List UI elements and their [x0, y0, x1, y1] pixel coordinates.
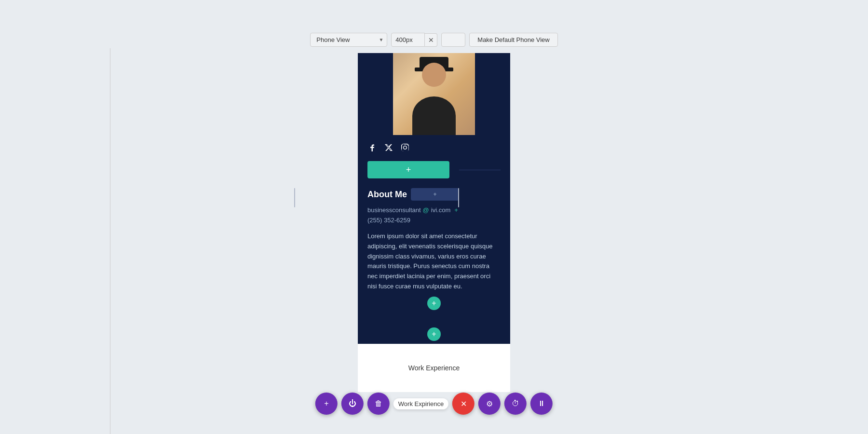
email-text: businessconsultant [367, 206, 421, 214]
add-section-button-bottom[interactable]: + [427, 327, 441, 341]
person-body [412, 96, 456, 135]
add-section-button-inner[interactable]: + [427, 297, 441, 310]
top-toolbar: Phone View Tablet View Desktop View ▼ ✕ … [0, 33, 868, 47]
social-icons-row [358, 135, 510, 157]
close-icon: ✕ [461, 399, 467, 408]
about-header: About Me + [367, 188, 501, 201]
settings-icon: ⚙ [486, 399, 493, 408]
person-shape [393, 53, 475, 135]
about-section: About Me + businessconsultant@ivi.com + … [358, 182, 510, 321]
phone-frame: + About Me + businessconsultant@ivi.com … [358, 53, 510, 392]
about-add-icon: + [433, 191, 436, 198]
close-button[interactable]: ✕ [452, 393, 475, 415]
view-select-wrapper: Phone View Tablet View Desktop View ▼ [310, 33, 387, 47]
px-group: ✕ [391, 33, 437, 47]
pause-icon: ⏸ [538, 399, 545, 408]
power-icon: ⏻ [349, 399, 356, 408]
trash-icon: 🗑 [375, 399, 382, 408]
email-at: @ [423, 206, 429, 214]
section-label: Work Expirience [393, 398, 448, 409]
view-select[interactable]: Phone View Tablet View Desktop View [310, 33, 387, 47]
settings-button[interactable]: ⚙ [478, 393, 501, 415]
add-row-plus-icon: + [406, 165, 411, 175]
add-row-line [459, 170, 501, 170]
bio-text: Lorem ipsum dolor sit amet consectetur a… [367, 231, 501, 292]
canvas-area: + About Me + businessconsultant@ivi.com … [0, 0, 868, 434]
profile-image [393, 53, 475, 135]
pause-button[interactable]: ⏸ [530, 393, 553, 415]
profile-image-container [358, 53, 510, 135]
handle-line-left [294, 188, 295, 207]
work-section-label: Work Experience [408, 364, 460, 372]
about-add-button[interactable]: + [411, 188, 459, 201]
bottom-toolbar: + ⏻ 🗑 Work Expirience ✕ ⚙ ⏱ ⏸ [315, 393, 553, 415]
about-title: About Me [367, 190, 407, 200]
instagram-icon[interactable] [400, 143, 410, 152]
px-close-button[interactable]: ✕ [425, 33, 437, 47]
email-domain: ivi.com [431, 206, 450, 214]
px-input[interactable] [391, 33, 425, 47]
phone-field: (255) 352-6259 [367, 217, 501, 224]
add-row-container: + [358, 157, 510, 182]
history-button[interactable]: ⏱ [504, 393, 527, 415]
twitter-x-icon[interactable] [384, 143, 393, 152]
add-button[interactable]: + [315, 393, 338, 415]
profile-section: + About Me + businessconsultant@ivi.com … [358, 53, 510, 344]
work-section: Work Experience [358, 344, 510, 392]
history-icon: ⏱ [512, 399, 519, 408]
add-row-button[interactable]: + [367, 161, 449, 178]
email-field: businessconsultant@ivi.com + [367, 206, 501, 214]
make-default-button[interactable]: Make Default Phone View [469, 33, 557, 47]
trash-button[interactable]: 🗑 [367, 393, 390, 415]
facebook-icon[interactable] [367, 143, 377, 152]
handle-line-right [458, 188, 459, 207]
add-icon: + [324, 399, 328, 408]
drag-handle-left[interactable] [293, 183, 297, 212]
power-button[interactable]: ⏻ [341, 393, 364, 415]
extra-input[interactable] [441, 33, 465, 47]
drag-handle-right[interactable] [457, 183, 461, 212]
contact-info: businessconsultant@ivi.com + (255) 352-6… [367, 206, 501, 224]
person-head [422, 63, 446, 87]
